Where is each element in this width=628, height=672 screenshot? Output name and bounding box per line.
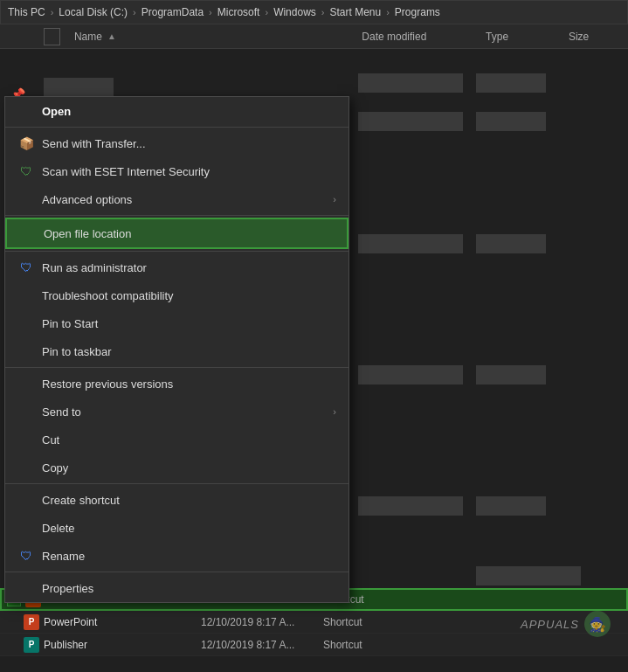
address-path-thispc[interactable]: This PC	[8, 6, 45, 18]
ctx-copy-label: Copy	[42, 461, 336, 475]
ctx-send-transfer-label: Send with Transfer...	[42, 137, 336, 150]
right-block-3	[358, 112, 463, 131]
col-header-date[interactable]: Date modified	[355, 31, 479, 43]
right-block-10	[476, 496, 546, 516]
ctx-cut-label: Cut	[42, 433, 336, 447]
restore-icon	[17, 375, 35, 392]
troubleshoot-icon	[17, 287, 35, 304]
ctx-advanced-label: Advanced options	[42, 193, 333, 206]
sep4: ›	[265, 7, 268, 17]
ctx-rename[interactable]: 🛡 Rename	[5, 542, 349, 570]
ctx-eset-label: Scan with ESET Internet Security	[42, 165, 336, 178]
ctx-rename-label: Rename	[42, 550, 336, 563]
address-path-microsoft[interactable]: Microsoft	[217, 6, 260, 18]
ctx-create-shortcut[interactable]: Create shortcut	[5, 486, 349, 514]
sep-before-location	[5, 215, 349, 216]
address-bar[interactable]: This PC › Local Disk (C:) › ProgramData …	[0, 0, 628, 24]
ctx-troubleshoot[interactable]: Troubleshoot compatibility	[5, 281, 349, 309]
col-header-type[interactable]: Type	[479, 31, 562, 43]
shortcut-icon	[17, 491, 35, 509]
file-location-icon	[19, 225, 37, 242]
ctx-cut[interactable]: Cut	[5, 426, 349, 454]
publisher-date: 12/10/2019 8:17 A...	[201, 639, 323, 651]
select-all-checkbox[interactable]	[44, 28, 60, 45]
properties-icon	[17, 579, 35, 597]
ctx-pin-taskbar-label: Pin to taskbar	[42, 345, 336, 358]
powerpoint-name: PowerPoint	[44, 616, 201, 628]
sep1: ›	[51, 7, 54, 17]
sep2: ›	[133, 7, 136, 17]
publisher-type: Shortcut	[323, 639, 411, 651]
powerpoint-checkbox-space	[5, 615, 19, 629]
ctx-eset-scan[interactable]: 🛡 Scan with ESET Internet Security	[5, 157, 349, 185]
ctx-open[interactable]: Open	[5, 97, 349, 125]
ctx-delete[interactable]: Delete	[5, 514, 349, 542]
right-block-8	[476, 365, 546, 384]
watermark: APPUALS 🧙	[521, 611, 611, 637]
ctx-run-admin-label: Run as administrator	[42, 261, 336, 274]
pin-start-icon	[17, 315, 35, 332]
ctx-send-transfer[interactable]: 📦 Send with Transfer...	[5, 129, 349, 157]
ctx-send-to-label: Send to	[42, 405, 333, 419]
address-path-startmenu[interactable]: Start Menu	[329, 6, 381, 18]
watermark-text: APPUALS	[521, 618, 579, 631]
cut-icon	[17, 431, 35, 448]
right-block-7	[358, 365, 463, 384]
delete-icon	[17, 519, 35, 537]
right-block-9	[358, 496, 463, 516]
right-block-1	[358, 73, 463, 93]
address-path-localdisk[interactable]: Local Disk (C:)	[59, 6, 128, 18]
publisher-app-icon: P	[24, 637, 39, 653]
sep-before-properties	[5, 572, 349, 572]
sep-after-open	[5, 127, 349, 128]
column-headers: Name ▲ Date modified Type Size	[0, 24, 628, 49]
address-path-windows[interactable]: Windows	[273, 6, 316, 18]
ctx-pin-taskbar[interactable]: Pin to taskbar	[5, 337, 349, 365]
ctx-create-shortcut-label: Create shortcut	[42, 494, 336, 507]
address-path-programdata[interactable]: ProgramData	[141, 6, 204, 18]
col-header-size[interactable]: Size	[562, 31, 628, 43]
ctx-properties-label: Properties	[42, 582, 336, 595]
col-header-name[interactable]: Name ▲	[67, 31, 355, 43]
ctx-copy[interactable]: Copy	[5, 454, 349, 481]
ctx-pin-start[interactable]: Pin to Start	[5, 309, 349, 337]
right-block-4	[476, 112, 546, 131]
powerpoint-type: Shortcut	[323, 616, 411, 628]
rename-icon: 🛡	[17, 547, 35, 565]
right-block-5	[358, 234, 463, 253]
sep5: ›	[321, 7, 325, 17]
ctx-advanced-options[interactable]: Advanced options ›	[5, 185, 349, 213]
ctx-restore-label: Restore previous versions	[42, 378, 336, 391]
right-block-11	[476, 566, 581, 585]
ctx-open-label: Open	[42, 105, 336, 118]
eset-icon: 🛡	[17, 163, 35, 180]
dropbox-icon: 📦	[17, 135, 35, 152]
right-block-6	[476, 234, 546, 253]
address-path-programs[interactable]: Programs	[395, 6, 440, 18]
open-icon	[17, 102, 35, 120]
send-to-icon	[17, 403, 35, 420]
run-admin-icon: 🛡	[17, 259, 35, 276]
ctx-troubleshoot-label: Troubleshoot compatibility	[42, 289, 336, 302]
ctx-restore-versions[interactable]: Restore previous versions	[5, 370, 349, 398]
sep-before-shortcut	[5, 483, 349, 484]
advanced-options-icon	[17, 191, 35, 208]
watermark-logo: 🧙	[584, 611, 611, 637]
pin-taskbar-icon	[17, 343, 35, 360]
ctx-send-to[interactable]: Send to ›	[5, 398, 349, 426]
powerpoint-date: 12/10/2019 8:17 A...	[201, 616, 323, 628]
sep3: ›	[209, 7, 212, 17]
ctx-run-as-admin[interactable]: 🛡 Run as administrator	[5, 253, 349, 281]
context-menu: Open 📦 Send with Transfer... 🛡 Scan with…	[4, 96, 349, 603]
ctx-pin-start-label: Pin to Start	[42, 317, 336, 330]
ctx-properties[interactable]: Properties	[5, 574, 349, 602]
sep-after-location	[5, 251, 349, 252]
sep-before-restore	[5, 367, 349, 368]
publisher-name: Publisher	[44, 639, 201, 651]
copy-icon	[17, 459, 35, 476]
ctx-open-file-location[interactable]: Open file location	[5, 218, 349, 249]
right-block-2	[476, 73, 546, 93]
powerpoint-app-icon: P	[24, 614, 39, 630]
ctx-delete-label: Delete	[42, 522, 336, 535]
advanced-arrow: ›	[333, 194, 336, 204]
